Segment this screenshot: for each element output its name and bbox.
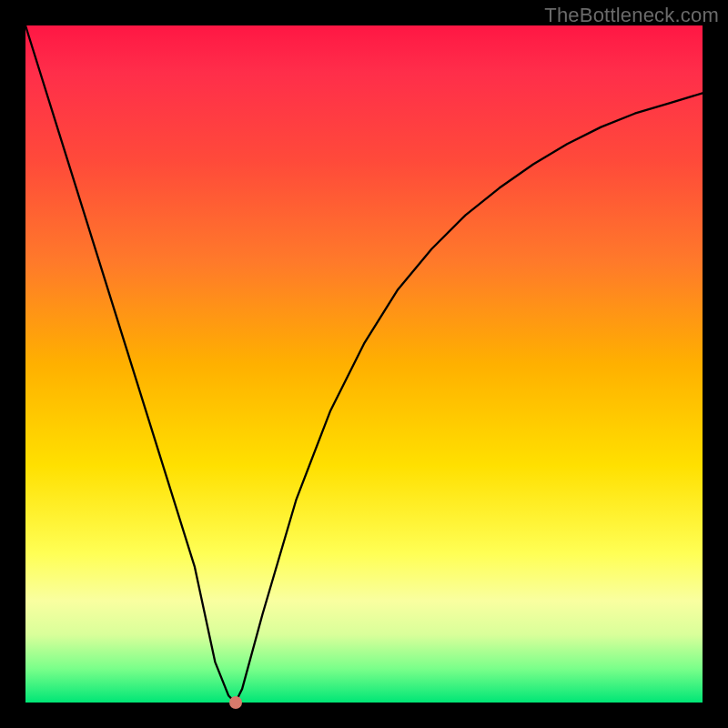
chart-frame: TheBottleneck.com — [0, 0, 728, 728]
bottleneck-curve — [25, 25, 703, 703]
watermark-text: TheBottleneck.com — [544, 4, 719, 27]
plot-area — [25, 25, 703, 703]
minimum-marker — [229, 696, 242, 709]
